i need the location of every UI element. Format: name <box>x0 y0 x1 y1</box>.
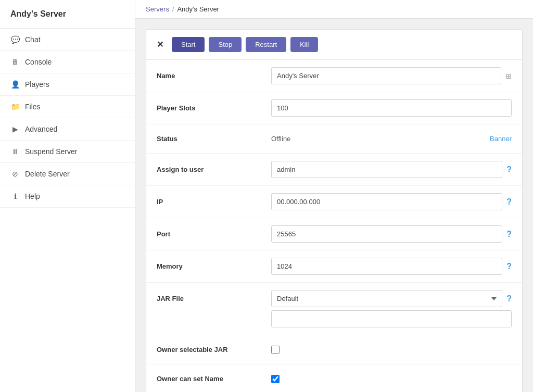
jar-dropdown[interactable]: Default Custom <box>271 290 502 307</box>
jar-dropdown-control: Default Custom ? <box>271 290 512 307</box>
sidebar-item-advanced[interactable]: ▶ Advanced <box>0 118 135 141</box>
banner-link[interactable]: Banner <box>490 135 512 143</box>
assign-user-input[interactable] <box>271 161 502 178</box>
jar-file-label: JAR File <box>157 295 271 302</box>
sidebar: Andy's Server 💬 Chat 🖥 Console 👤 Players… <box>0 0 135 392</box>
sidebar-item-chat[interactable]: 💬 Chat <box>0 29 135 51</box>
help-icon: ℹ <box>10 192 20 200</box>
status-control: Offline Banner <box>271 135 512 143</box>
toolbar: ✕ Start Stop Restart Kill <box>146 30 522 60</box>
files-icon: 📁 <box>10 103 20 111</box>
restart-button[interactable]: Restart <box>246 37 286 52</box>
sidebar-item-label: Delete Server <box>25 170 70 178</box>
jar-input-control <box>271 310 512 327</box>
suspend-icon: ⏸ <box>10 147 20 156</box>
start-button[interactable]: Start <box>172 37 205 52</box>
owner-set-name-checkbox[interactable] <box>271 375 280 383</box>
player-slots-input[interactable] <box>271 99 512 117</box>
jar-section: JAR File Default Custom ? <box>146 283 522 335</box>
sidebar-item-label: Suspend Server <box>25 147 77 156</box>
kill-button[interactable]: Kill <box>290 37 318 52</box>
edit-icon: ⊞ <box>505 72 512 80</box>
sidebar-item-label: Help <box>25 192 40 200</box>
assign-user-help-icon[interactable]: ? <box>506 165 512 174</box>
sidebar-item-delete[interactable]: ⊘ Delete Server <box>0 163 135 185</box>
memory-control: ? <box>271 258 512 275</box>
sidebar-item-label: Console <box>25 58 52 66</box>
form-card: ✕ Start Stop Restart Kill Name ⊞ Player … <box>146 29 523 392</box>
player-slots-control <box>271 99 512 117</box>
ip-control: ? <box>271 193 512 210</box>
status-value: Offline <box>271 135 486 143</box>
owner-selectable-label: Owner selectable JAR <box>157 346 271 353</box>
player-slots-row: Player Slots <box>146 92 522 124</box>
port-help-icon[interactable]: ? <box>506 230 512 239</box>
sidebar-title: Andy's Server <box>0 0 135 29</box>
owner-set-name-row: Owner can set Name <box>146 364 522 392</box>
sidebar-item-label: Players <box>25 80 49 88</box>
owner-selectable-control <box>271 346 512 354</box>
assign-user-control: ? <box>271 161 512 178</box>
ip-label: IP <box>157 198 271 206</box>
jar-row-bottom <box>146 310 522 335</box>
sidebar-item-suspend[interactable]: ⏸ Suspend Server <box>0 141 135 163</box>
memory-row: Memory ? <box>146 250 522 283</box>
breadcrumb: Servers / Andy's Server <box>135 0 533 19</box>
stop-button[interactable]: Stop <box>209 37 242 52</box>
sidebar-item-label: Chat <box>25 35 41 44</box>
name-row: Name ⊞ <box>146 60 522 92</box>
owner-set-name-label: Owner can set Name <box>157 375 271 383</box>
sidebar-item-files[interactable]: 📁 Files <box>0 96 135 118</box>
console-icon: 🖥 <box>10 58 20 66</box>
jar-input[interactable] <box>271 310 512 327</box>
owner-set-name-control <box>271 375 512 383</box>
jar-help-icon[interactable]: ? <box>506 294 512 304</box>
delete-icon: ⊘ <box>10 170 20 178</box>
memory-label: Memory <box>157 262 271 270</box>
main-content: Servers / Andy's Server ✕ Start Stop Res… <box>135 0 533 392</box>
port-control: ? <box>271 225 512 243</box>
assign-user-row: Assign to user ? <box>146 154 522 186</box>
memory-input[interactable] <box>271 258 502 275</box>
close-button[interactable]: ✕ <box>157 40 163 49</box>
status-row: Status Offline Banner <box>146 124 522 154</box>
owner-selectable-row: Owner selectable JAR <box>146 335 522 364</box>
advanced-icon: ▶ <box>10 125 20 133</box>
port-label: Port <box>157 230 271 238</box>
player-slots-label: Player Slots <box>157 104 271 112</box>
port-row: Port ? <box>146 218 522 250</box>
chat-icon: 💬 <box>10 35 20 44</box>
name-control: ⊞ <box>271 67 512 84</box>
content-area: ✕ Start Stop Restart Kill Name ⊞ Player … <box>135 19 533 392</box>
jar-row-top: JAR File Default Custom ? <box>146 283 522 310</box>
name-input[interactable] <box>271 67 501 84</box>
status-label: Status <box>157 135 271 143</box>
sidebar-item-players[interactable]: 👤 Players <box>0 73 135 96</box>
sidebar-item-label: Advanced <box>25 125 57 133</box>
breadcrumb-servers-link[interactable]: Servers <box>146 5 169 13</box>
owner-selectable-checkbox[interactable] <box>271 346 280 354</box>
breadcrumb-separator: / <box>172 5 174 13</box>
port-input[interactable] <box>271 225 502 243</box>
breadcrumb-current: Andy's Server <box>177 5 219 13</box>
sidebar-item-console[interactable]: 🖥 Console <box>0 51 135 73</box>
sidebar-item-label: Files <box>25 103 41 111</box>
ip-help-icon[interactable]: ? <box>506 197 512 207</box>
memory-help-icon[interactable]: ? <box>506 262 512 271</box>
sidebar-item-help[interactable]: ℹ Help <box>0 185 135 208</box>
name-label: Name <box>157 72 271 80</box>
ip-row: IP ? <box>146 186 522 218</box>
players-icon: 👤 <box>10 80 20 88</box>
ip-input[interactable] <box>271 193 502 210</box>
assign-user-label: Assign to user <box>157 166 271 173</box>
